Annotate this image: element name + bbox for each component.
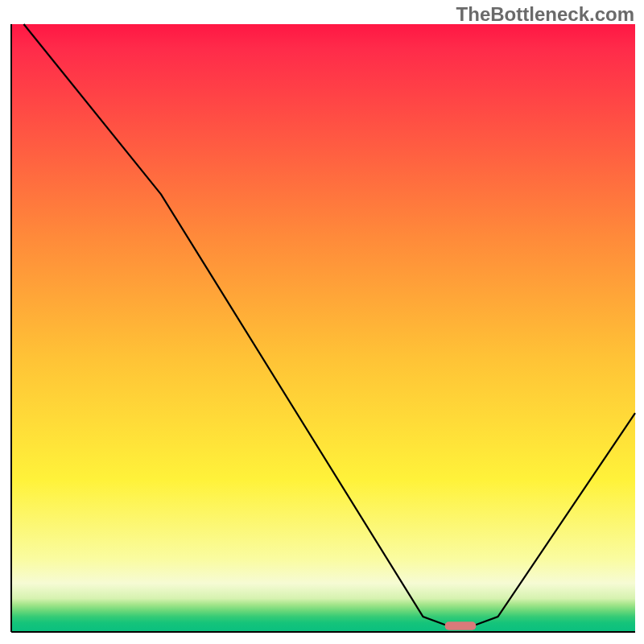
target-marker (445, 621, 477, 630)
gradient-background (11, 24, 635, 632)
watermark-text: TheBottleneck.com (456, 3, 634, 26)
bottleneck-chart (0, 0, 644, 644)
